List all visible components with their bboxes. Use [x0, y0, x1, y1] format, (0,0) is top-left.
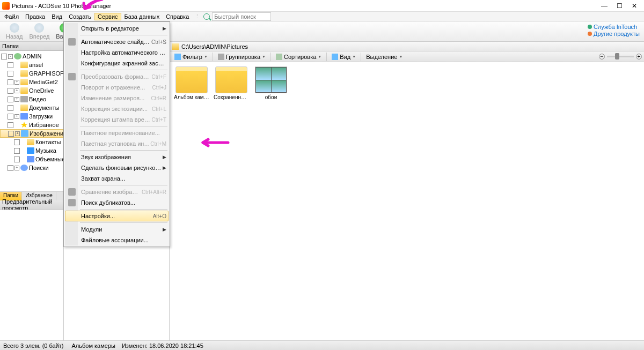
nav-forward-button[interactable]: Вперед — [27, 22, 53, 41]
minimize-button[interactable]: — — [597, 1, 612, 11]
menu-item[interactable]: Модули▶ — [65, 224, 169, 235]
menu-item[interactable]: Открыть в редакторе▶ — [65, 23, 169, 34]
tree-node[interactable]: Документы — [0, 103, 63, 112]
menu-bar: Файл Правка Вид Создать Сервис База данн… — [0, 12, 644, 21]
thumbnail-area[interactable]: Альбом камерыСохраненные фот...обои — [170, 62, 644, 347]
menu-item[interactable]: Захват экрана... — [65, 173, 169, 184]
address-bar[interactable]: C:\Users\ADMIN\Pictures — [170, 42, 644, 51]
menu-item[interactable]: Сделать фоновым рисунком рабочего стола▶ — [65, 162, 169, 173]
address-path: C:\Users\ADMIN\Pictures — [181, 43, 248, 50]
filter-button[interactable]: Фильтр▼ — [172, 53, 210, 61]
menu-item: Изменение размеров...Ctrl+R — [65, 93, 169, 103]
tree-node[interactable]: GRAPHISOFT — [0, 69, 63, 78]
nav-back-button[interactable]: Назад — [3, 22, 26, 41]
tree-node[interactable]: +MediaGet2 — [0, 78, 63, 86]
preview-pane — [0, 210, 63, 348]
menu-item: Пакетное переименование... — [65, 128, 169, 138]
menu-file[interactable]: Файл — [1, 13, 22, 20]
tree-node[interactable]: Избранное — [0, 121, 63, 129]
quick-search-input[interactable] — [212, 12, 271, 21]
tree-node[interactable]: +Видео — [0, 95, 63, 103]
group-button[interactable]: Группировка▼ — [215, 53, 268, 61]
menu-view[interactable]: Вид — [48, 13, 65, 20]
tools-dropdown: Открыть в редакторе▶Автоматическое слайд… — [63, 21, 170, 247]
zoom-in-icon[interactable]: + — [636, 54, 642, 59]
tree-node[interactable]: Объемные объекты — [0, 155, 63, 163]
menu-item: Сравнение изображений...Ctrl+Alt+R — [65, 187, 169, 197]
folders-pane-header: Папки — [0, 42, 63, 51]
filter-toolbar: Фильтр▼ Группировка▼ Сортировка▼ Вид▼ Вы… — [170, 51, 644, 62]
thumbnail-item[interactable]: Сохраненные фот... — [214, 66, 249, 100]
menu-item: Коррекция экспозиции...Ctrl+L — [65, 103, 169, 114]
select-button[interactable]: Выделение▼ — [363, 53, 405, 61]
menu-item[interactable]: Автоматическое слайд-шоу...Ctrl+S — [65, 36, 169, 47]
tree-node[interactable]: Контакты — [0, 138, 63, 146]
folder-icon — [172, 43, 179, 50]
search-icon — [203, 13, 210, 20]
tree-node[interactable]: ansel — [0, 61, 63, 69]
tree-node[interactable]: +Загрузки — [0, 112, 63, 121]
tree-node[interactable]: +Поиски — [0, 163, 63, 172]
view-button[interactable]: Вид▼ — [329, 53, 358, 61]
tree-node[interactable]: Музыка — [0, 146, 63, 155]
sort-button[interactable]: Сортировка▼ — [273, 53, 324, 61]
zoom-slider[interactable]: − + — [599, 54, 642, 59]
status-count: Всего 3 элем. (0 байт) — [3, 342, 64, 349]
menu-help[interactable]: Справка — [163, 13, 192, 20]
app-icon — [2, 2, 10, 10]
folder-tree[interactable]: -ADMINanselGRAPHISOFT+MediaGet2+OneDrive… — [0, 51, 63, 191]
menu-create[interactable]: Создать — [65, 13, 94, 20]
intouch-link[interactable]: Служба InTouch — [588, 24, 640, 30]
thumbnail-item[interactable]: Альбом камеры — [174, 66, 209, 100]
menu-item[interactable]: Файловые ассоциации... — [65, 235, 169, 245]
menu-item[interactable]: Настройки...Alt+O — [65, 211, 169, 221]
status-folder: Альбом камеры — [72, 342, 115, 349]
status-bar: Всего 3 элем. (0 байт) Альбом камеры Изм… — [0, 340, 644, 350]
menu-item[interactable]: Поиск дубликатов... — [65, 197, 169, 208]
menu-item: Преобразовать формат файла...Ctrl+F — [65, 71, 169, 82]
status-modified: Изменен: 18.06.2020 18:21:45 — [122, 342, 203, 349]
menu-database[interactable]: База данных — [121, 13, 163, 20]
zoom-out-icon[interactable]: − — [599, 54, 605, 59]
tree-node[interactable]: +OneDrive — [0, 86, 63, 95]
menu-item[interactable]: Звук изображения▶ — [65, 152, 169, 162]
annotation-arrow-1 — [80, 0, 107, 13]
menu-item: Пакетная установка информации...Ctrl+M — [65, 138, 169, 149]
tree-node[interactable]: +Изображения — [0, 129, 63, 138]
menu-edit[interactable]: Правка — [22, 13, 48, 20]
preview-pane-header: Предварительный просмотр — [0, 200, 63, 210]
menu-item[interactable]: Конфигурация экранной заставки... — [65, 58, 169, 69]
close-button[interactable]: ✕ — [627, 1, 642, 11]
menu-tools[interactable]: Сервис — [94, 13, 121, 20]
thumbnail-item[interactable]: обои — [253, 66, 289, 100]
other-products-link[interactable]: Другие продукты — [588, 31, 640, 37]
tree-node[interactable]: -ADMIN — [0, 52, 63, 61]
menu-item[interactable]: Настройка автоматического слайд-шоу... — [65, 47, 169, 58]
maximize-button[interactable]: ☐ — [612, 1, 627, 11]
annotation-arrow-2 — [199, 136, 231, 149]
menu-item: Поворот и отражение...Ctrl+J — [65, 82, 169, 93]
menu-item: Коррекция штампа времени...Ctrl+T — [65, 114, 169, 125]
